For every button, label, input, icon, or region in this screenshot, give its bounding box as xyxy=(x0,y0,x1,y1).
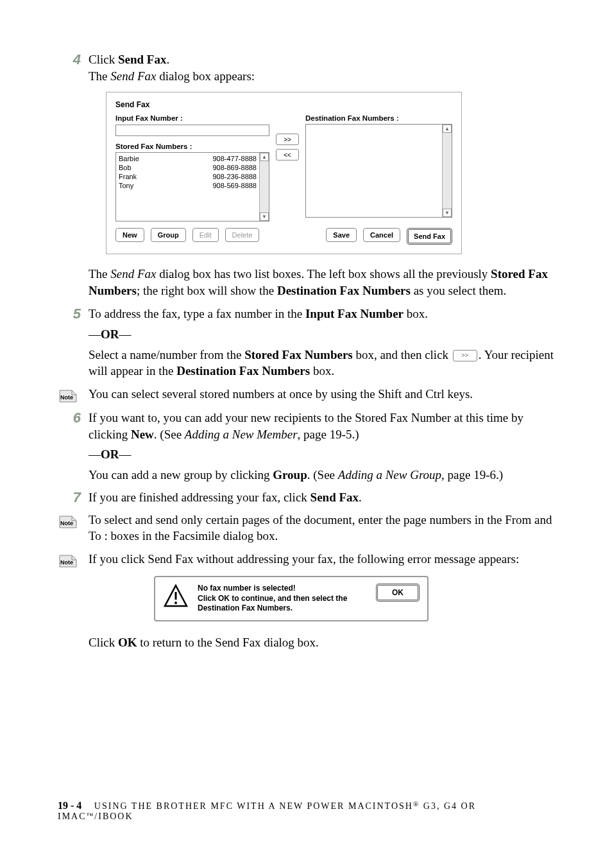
destination-fax-numbers-label: Destination Fax Numbers : xyxy=(305,114,452,122)
scroll-up-icon[interactable]: ▲ xyxy=(260,153,269,161)
dialog-title: Send Fax xyxy=(115,100,452,109)
step-6-body: If you want to, you can add your new rec… xyxy=(89,410,554,442)
dialog-description: The Send Fax dialog box has two list box… xyxy=(89,266,554,299)
ok-button[interactable]: OK xyxy=(376,584,420,602)
inline-add-button-icon: >> xyxy=(453,350,477,361)
note-text: To select and send only certain pages of… xyxy=(89,512,554,544)
step-number-6: 6 xyxy=(58,410,89,442)
save-button[interactable]: Save xyxy=(326,228,357,242)
after-error-text: Click OK to return to the Send Fax dialo… xyxy=(89,634,554,651)
note-icon: Note xyxy=(58,551,80,568)
cancel-button[interactable]: Cancel xyxy=(363,228,400,242)
note-text: If you click Send Fax without addressing… xyxy=(89,551,554,568)
list-item[interactable]: Frank908-236-8888 xyxy=(119,172,257,181)
list-item[interactable]: Bob908-869-8888 xyxy=(119,163,257,172)
delete-button[interactable]: Delete xyxy=(225,228,260,242)
stored-fax-numbers-list[interactable]: Barbie908-477-8888 Bob908-869-8888 Frank… xyxy=(115,152,269,221)
step-number-7: 7 xyxy=(58,489,89,506)
step-5-alt: Select a name/number from the Stored Fax… xyxy=(89,347,554,379)
svg-text:Note: Note xyxy=(60,520,73,526)
or-separator: —OR— xyxy=(89,446,554,463)
scroll-up-icon[interactable]: ▲ xyxy=(443,125,452,133)
send-fax-dialog: Send Fax Input Fax Number : Stored Fax N… xyxy=(106,92,462,254)
edit-button[interactable]: Edit xyxy=(192,228,219,242)
destination-fax-numbers-list[interactable]: ▲ ▼ xyxy=(305,124,452,218)
stored-list-scrollbar[interactable]: ▲ ▼ xyxy=(259,153,269,221)
list-item[interactable]: Tony908-569-8888 xyxy=(119,181,257,190)
error-dialog: No fax number is selected! Click OK to c… xyxy=(154,576,429,621)
page-footer: 19 - 4 USING THE BROTHER MFC WITH A NEW … xyxy=(58,800,554,822)
step-number-4: 4 xyxy=(58,51,89,84)
step-7-body: If you are finished addressing your fax,… xyxy=(89,489,554,506)
input-fax-number-label: Input Fax Number : xyxy=(115,114,269,122)
dest-list-scrollbar[interactable]: ▲ ▼ xyxy=(442,125,452,217)
note-icon: Note xyxy=(58,512,80,544)
list-item[interactable]: Barbie908-477-8888 xyxy=(119,154,257,163)
note-text: You can select several stored numbers at… xyxy=(89,386,554,403)
group-button[interactable]: Group xyxy=(151,228,186,242)
warning-icon xyxy=(163,584,189,609)
stored-fax-numbers-label: Stored Fax Numbers : xyxy=(115,143,269,150)
step-6-alt: You can add a new group by clicking Grou… xyxy=(89,467,554,483)
new-button[interactable]: New xyxy=(115,228,144,242)
step-5-body: To address the fax, type a fax number in… xyxy=(89,306,554,322)
scroll-down-icon[interactable]: ▼ xyxy=(260,213,269,221)
add-to-destination-button[interactable]: >> xyxy=(276,134,299,145)
remove-from-destination-button[interactable]: << xyxy=(276,149,299,161)
send-fax-button[interactable]: Send Fax xyxy=(407,228,452,245)
note-icon: Note xyxy=(58,386,80,403)
svg-text:Note: Note xyxy=(60,559,73,566)
input-fax-number-field[interactable] xyxy=(115,125,269,136)
svg-point-4 xyxy=(174,602,177,604)
step-number-5: 5 xyxy=(58,306,89,322)
step-4-body: Click Send Fax. The Send Fax dialog box … xyxy=(89,51,554,84)
scroll-down-icon[interactable]: ▼ xyxy=(443,209,452,217)
or-separator: —OR— xyxy=(89,326,554,343)
svg-text:Note: Note xyxy=(60,394,73,401)
